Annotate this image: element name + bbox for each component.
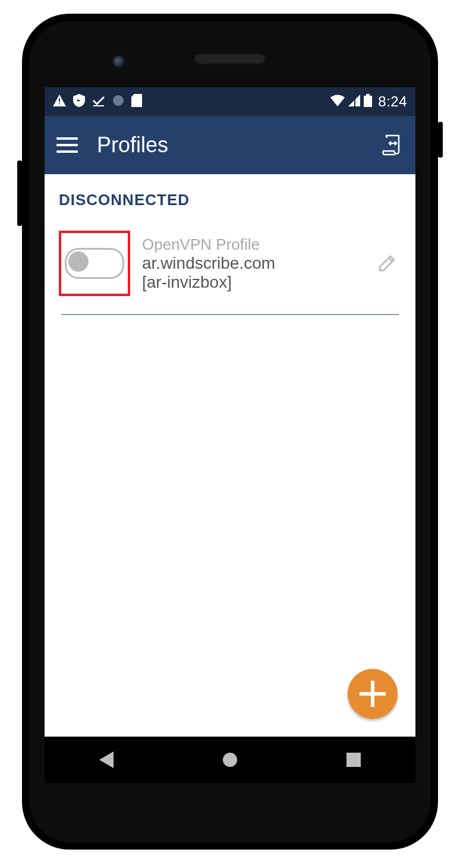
profile-host: ar.windscribe.com (142, 254, 373, 273)
cellular-icon (348, 95, 360, 109)
volume-button (17, 161, 22, 226)
earpiece-speaker-icon (194, 54, 266, 64)
back-button[interactable] (80, 742, 133, 778)
svg-point-4 (113, 95, 124, 106)
power-button (438, 122, 443, 158)
app-title: Profiles (97, 133, 380, 158)
phone-frame: 8:24 Profiles (22, 14, 438, 850)
divider (61, 314, 399, 315)
svg-point-9 (223, 753, 237, 767)
svg-rect-1 (59, 103, 60, 104)
system-nav-bar (45, 737, 415, 783)
shield-icon (73, 94, 85, 110)
phone-bezel: 8:24 Profiles (29, 21, 431, 842)
battery-icon (364, 94, 372, 110)
wifi-icon (330, 95, 345, 109)
menu-button[interactable] (56, 137, 78, 153)
svg-rect-5 (366, 94, 370, 96)
connection-status-label: DISCONNECTED (59, 191, 401, 209)
toggle-highlight-box (59, 231, 130, 296)
checkmark-icon (92, 95, 105, 109)
app-bar: Profiles (45, 116, 415, 174)
recents-button[interactable] (327, 742, 380, 778)
svg-rect-10 (346, 753, 361, 767)
add-profile-fab[interactable] (348, 669, 398, 719)
profile-row: OpenVPN Profile ar.windscribe.com [ar-in… (59, 231, 401, 296)
svg-rect-0 (59, 98, 60, 102)
home-button[interactable] (203, 742, 257, 778)
sd-card-icon (131, 94, 142, 110)
connection-toggle[interactable] (65, 248, 124, 279)
edit-profile-button[interactable] (373, 249, 401, 278)
status-clock: 8:24 (378, 93, 407, 110)
profile-text-block[interactable]: OpenVPN Profile ar.windscribe.com [ar-in… (142, 235, 373, 292)
front-camera-icon (112, 55, 125, 68)
screen: 8:24 Profiles (45, 87, 415, 783)
profile-tag: [ar-invizbox] (142, 273, 373, 292)
warning-icon (53, 95, 66, 109)
content-area: DISCONNECTED OpenVPN Profile ar.windscri… (45, 174, 415, 737)
toggle-knob (68, 251, 89, 272)
status-bar: 8:24 (45, 87, 415, 116)
circle-icon (112, 95, 124, 109)
log-button[interactable] (380, 133, 404, 157)
profile-type-label: OpenVPN Profile (142, 235, 373, 254)
svg-rect-6 (364, 96, 372, 107)
